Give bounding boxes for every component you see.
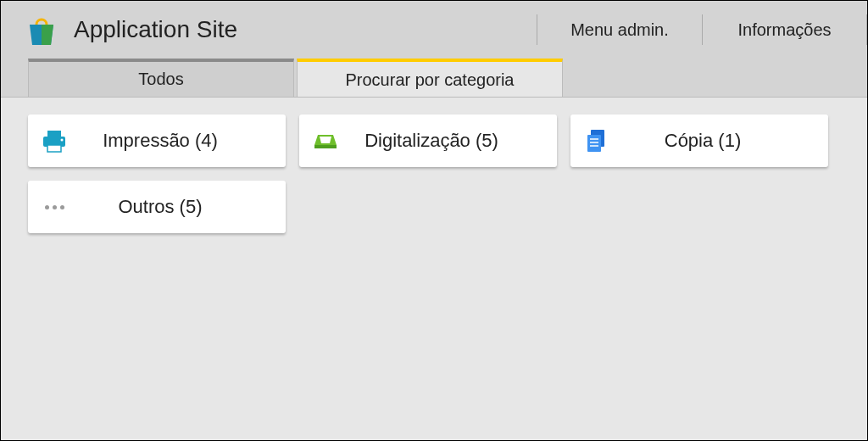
svg-rect-5 <box>587 135 601 152</box>
more-icon <box>40 193 69 221</box>
tab-all[interactable]: Todos <box>28 59 294 98</box>
category-card-scan[interactable]: Digitalização (5) <box>299 114 557 167</box>
category-card-copy[interactable]: Cópia (1) <box>570 114 828 167</box>
tab-by-category[interactable]: Procurar por categoria <box>297 59 563 98</box>
category-card-others[interactable]: Outros (5) <box>28 181 286 233</box>
tab-all-label: Todos <box>138 70 183 89</box>
printer-icon <box>40 126 69 155</box>
svg-rect-2 <box>47 145 61 152</box>
category-label: Digitalização (5) <box>340 130 557 152</box>
menu-admin-button[interactable]: Menu admin. <box>537 14 702 45</box>
svg-rect-1 <box>47 131 61 137</box>
svg-point-3 <box>61 139 64 142</box>
page-title: Application Site <box>74 16 537 43</box>
app-store-icon <box>25 13 58 47</box>
category-label: Outros (5) <box>69 196 286 218</box>
category-card-print[interactable]: Impressão (4) <box>28 114 286 167</box>
category-label: Cópia (1) <box>611 130 828 152</box>
copy-icon <box>582 126 611 155</box>
category-label: Impressão (4) <box>69 130 286 152</box>
scanner-icon <box>311 126 340 155</box>
info-button[interactable]: Informações <box>702 14 867 45</box>
tab-by-category-label: Procurar por categoria <box>346 70 515 90</box>
